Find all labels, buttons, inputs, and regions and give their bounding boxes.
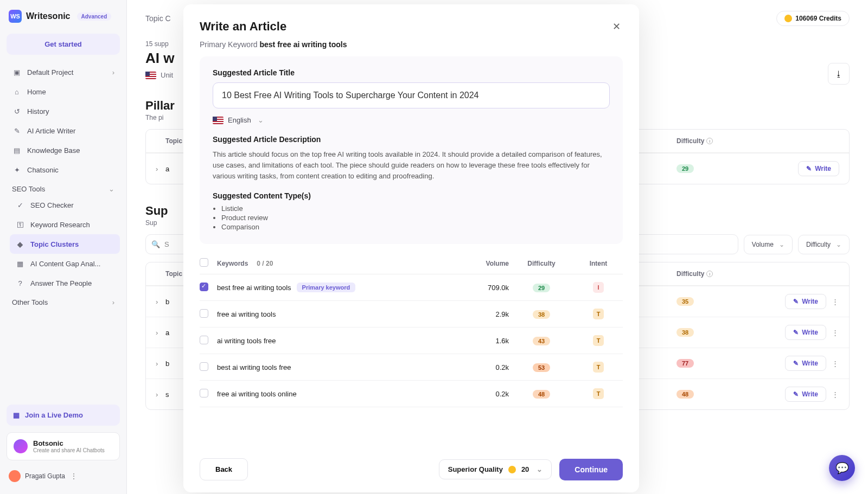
difficulty-pill: 48 xyxy=(533,390,550,399)
language-selector[interactable]: English ⌄ xyxy=(213,116,610,124)
checkbox-all[interactable] xyxy=(200,258,208,267)
primary-keyword-row: Primary Keyword best free ai writing too… xyxy=(183,40,639,56)
keyword-term: best free ai writing tools Primary keywo… xyxy=(217,283,449,292)
keyword-checkbox[interactable] xyxy=(200,389,208,397)
intent-pill: I xyxy=(593,282,604,293)
keyword-term: free ai writing tools online xyxy=(217,390,449,398)
keyword-checkbox[interactable] xyxy=(200,362,208,371)
content-type-item: Listicle xyxy=(221,204,610,213)
article-title-input[interactable] xyxy=(213,82,610,108)
keyword-table: Keywords0 / 20 Volume Difficulty Intent … xyxy=(200,253,623,448)
primary-keyword-tag: Primary keyword xyxy=(297,283,356,292)
difficulty-pill: 29 xyxy=(533,284,550,292)
intent-pill: T xyxy=(593,309,604,319)
chat-icon: 💬 xyxy=(835,461,849,474)
content-types-list: ListicleProduct reviewComparison xyxy=(213,204,610,231)
keyword-term: best ai writing tools free xyxy=(217,363,449,371)
keyword-term: free ai writing tools xyxy=(217,310,449,318)
keyword-row: best ai writing tools free 0.2k 53 T xyxy=(200,354,623,381)
us-flag-icon xyxy=(213,117,224,124)
keyword-volume: 2.9k xyxy=(449,310,509,318)
close-icon[interactable]: ✕ xyxy=(610,18,623,35)
keyword-row: free ai writing tools 2.9k 38 T xyxy=(200,301,623,328)
modal-title: Write an Article xyxy=(200,20,286,34)
coin-icon xyxy=(508,466,516,473)
keyword-term: ai writing tools free xyxy=(217,337,449,345)
content-type-item: Comparison xyxy=(221,223,610,231)
title-label: Suggested Article Title xyxy=(213,68,610,77)
intent-pill: T xyxy=(593,335,604,346)
suggestion-card: Suggested Article Title English ⌄ Sugges… xyxy=(200,56,623,244)
th-intent: Intent xyxy=(574,260,623,267)
keyword-volume: 709.0k xyxy=(449,284,509,292)
chat-fab[interactable]: 💬 xyxy=(829,455,855,481)
continue-button[interactable]: Continue xyxy=(559,459,623,480)
keyword-volume: 0.2k xyxy=(449,363,509,371)
keyword-row: best free ai writing tools Primary keywo… xyxy=(200,274,623,301)
difficulty-pill: 53 xyxy=(533,363,550,372)
chevron-down-icon: ⌄ xyxy=(258,116,264,124)
content-type-item: Product review xyxy=(221,214,610,222)
keyword-checkbox[interactable] xyxy=(200,336,208,344)
back-button[interactable]: Back xyxy=(200,458,248,480)
desc-label: Suggested Article Description xyxy=(213,135,610,144)
content-types-label: Suggested Content Type(s) xyxy=(213,191,610,200)
keyword-row: ai writing tools free 1.6k 43 T xyxy=(200,328,623,354)
keyword-row: free ai writing tools online 0.2k 48 T xyxy=(200,381,623,407)
th-keywords: Keywords0 / 20 xyxy=(217,260,449,267)
keyword-checkbox[interactable] xyxy=(200,283,208,291)
keyword-volume: 1.6k xyxy=(449,337,509,345)
intent-pill: T xyxy=(593,388,604,399)
keyword-checkbox[interactable] xyxy=(200,309,208,318)
intent-pill: T xyxy=(593,362,604,373)
th-difficulty: Difficulty xyxy=(509,260,574,267)
write-article-modal: Write an Article ✕ Primary Keyword best … xyxy=(183,4,639,492)
th-volume: Volume xyxy=(449,260,509,267)
quality-selector[interactable]: Superior Quality 20 ⌄ xyxy=(439,459,552,479)
keyword-volume: 0.2k xyxy=(449,390,509,398)
desc-text: This article should focus on the top fre… xyxy=(213,149,610,182)
difficulty-pill: 43 xyxy=(533,337,550,345)
chevron-down-icon: ⌄ xyxy=(537,465,542,473)
difficulty-pill: 38 xyxy=(533,310,550,319)
